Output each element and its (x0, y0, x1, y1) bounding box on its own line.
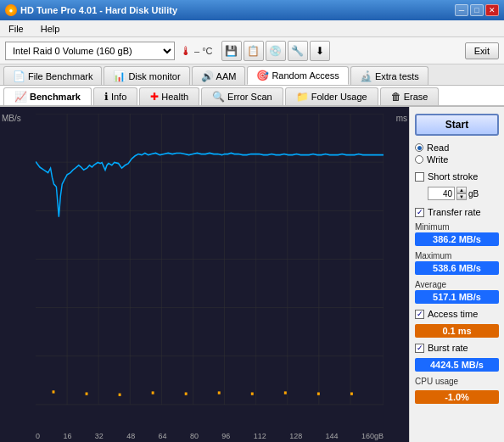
start-button[interactable]: Start (415, 114, 499, 136)
minimize-button[interactable]: ─ (455, 4, 468, 16)
tab-benchmark[interactable]: 📈 Benchmark (3, 87, 92, 105)
checkbox-burst-rate[interactable]: ✓ Burst rate (415, 343, 499, 353)
x-label-64: 64 (159, 432, 167, 440)
file-benchmark-icon: 📄 (13, 70, 25, 82)
tab-random-access[interactable]: 🎯 Random Access (247, 66, 348, 85)
stat-burst-rate: 4424.5 MB/s (415, 358, 499, 372)
benchmark-icon: 📈 (14, 91, 27, 103)
checkbox-burst-rate-box[interactable]: ✓ (415, 344, 424, 353)
radio-read-circle[interactable] (415, 143, 423, 152)
menu-help[interactable]: Help (37, 23, 64, 35)
tab-health[interactable]: ✚ Health (139, 87, 199, 105)
spin-up[interactable]: ▲ (456, 187, 467, 193)
tab-folder-usage[interactable]: 📁 Folder Usage (285, 87, 378, 105)
x-label-128: 128 (289, 432, 302, 440)
radio-write[interactable]: Write (415, 154, 499, 165)
tab-disk-monitor-label: Disk monitor (128, 71, 180, 81)
short-stroke-input: ▲ ▼ gB (428, 187, 499, 200)
svg-rect-36 (218, 391, 221, 394)
tab-info-label: Info (111, 92, 126, 102)
error-scan-icon: 🔍 (212, 91, 225, 103)
close-button[interactable]: ✕ (485, 4, 499, 16)
svg-rect-39 (317, 393, 320, 395)
tab-random-access-label: Random Access (272, 70, 339, 81)
stat-maximum-label: Maximum (415, 251, 499, 260)
toolbar-btn-4[interactable]: 🔧 (288, 41, 308, 61)
tab-benchmark-label: Benchmark (30, 92, 81, 102)
radio-read-label: Read (427, 143, 449, 153)
tab-disk-monitor[interactable]: 📊 Disk monitor (104, 66, 189, 85)
svg-rect-37 (251, 393, 254, 395)
stat-average: Average 517.1 MB/s (415, 280, 499, 304)
tab-file-benchmark[interactable]: 📄 File Benchmark (3, 66, 102, 85)
radio-write-label: Write (427, 154, 448, 165)
toolbar-icons: 💾 📋 💿 🔧 ⬇ (221, 41, 330, 61)
stat-cpu-usage-value: -1.0% (415, 390, 499, 404)
x-axis-labels: 0 16 32 48 64 80 96 112 128 144 160gB (36, 432, 384, 440)
checkbox-transfer-rate-box[interactable]: ✓ (415, 208, 424, 217)
tab-erase-label: Erase (404, 92, 428, 102)
maximize-button[interactable]: □ (470, 4, 484, 16)
tab-erase[interactable]: 🗑 Erase (380, 87, 440, 105)
tab-health-label: Health (161, 92, 188, 102)
x-label-112: 112 (254, 432, 266, 440)
disk-monitor-icon: 📊 (113, 70, 126, 82)
stat-average-label: Average (415, 280, 499, 289)
tab-extra-tests-label: Extra tests (375, 71, 419, 81)
tab-error-scan-label: Error Scan (227, 92, 272, 102)
random-access-icon: 🎯 (256, 70, 269, 81)
menu-file[interactable]: File (5, 23, 27, 35)
svg-rect-31 (53, 390, 55, 393)
x-label-32: 32 (95, 432, 104, 440)
tab-file-benchmark-label: File Benchmark (28, 71, 92, 81)
radio-read[interactable]: Read (415, 143, 499, 153)
window-controls: ─ □ ✕ (455, 4, 499, 16)
erase-icon: 🗑 (391, 91, 401, 103)
toolbar-btn-1[interactable]: 💾 (221, 41, 242, 61)
title-bar: ● HD Tune Pro 4.01 - Hard Disk Utility ─… (0, 0, 504, 20)
checkbox-short-stroke-box[interactable] (415, 172, 424, 182)
chart-svg: 600 500 400 300 200 100 60 50 40 30 20 1… (36, 114, 384, 423)
temp-display: 🌡 – °C (180, 44, 213, 58)
device-select[interactable]: Intel Raid 0 Volume (160 gB) (5, 42, 175, 60)
stat-maximum: Maximum 538.6 MB/s (415, 251, 499, 275)
chart-area: MB/s ms 600 500 (0, 107, 409, 442)
extra-tests-icon: 🔬 (360, 70, 372, 82)
stat-minimum-label: Minimum (415, 222, 499, 232)
tab-extra-tests[interactable]: 🔬 Extra tests (350, 66, 428, 85)
checkbox-access-time[interactable]: ✓ Access time (415, 309, 499, 319)
toolbar-btn-2[interactable]: 📋 (244, 41, 264, 61)
tab-aam[interactable]: 🔊 AAM (192, 66, 246, 85)
checkbox-short-stroke[interactable]: Short stroke (415, 171, 499, 182)
svg-rect-40 (350, 393, 353, 395)
stat-maximum-value: 538.6 MB/s (415, 261, 499, 275)
checkbox-short-stroke-label: Short stroke (428, 171, 478, 182)
short-stroke-spinner: ▲ ▼ (456, 187, 467, 200)
toolbar-btn-5[interactable]: ⬇ (310, 41, 330, 61)
spin-down[interactable]: ▼ (456, 193, 467, 200)
stat-access-time-value: 0.1 ms (415, 324, 499, 338)
window-title: HD Tune Pro 4.01 - Hard Disk Utility (20, 5, 177, 15)
short-stroke-value[interactable] (428, 187, 455, 200)
x-label-96: 96 (221, 432, 230, 440)
tab-error-scan[interactable]: 🔍 Error Scan (201, 87, 283, 105)
radio-write-circle[interactable] (415, 155, 423, 164)
aam-icon: 🔊 (201, 70, 214, 82)
tab-info[interactable]: ℹ Info (93, 87, 137, 105)
stat-burst-rate-value: 4424.5 MB/s (415, 358, 499, 372)
y-right-label: ms (396, 114, 407, 123)
toolbar-btn-3[interactable]: 💿 (266, 41, 286, 61)
svg-rect-34 (152, 391, 154, 394)
checkbox-transfer-rate[interactable]: ✓ Transfer rate (415, 207, 499, 217)
checkbox-access-time-label: Access time (428, 309, 478, 319)
checkbox-access-time-box[interactable]: ✓ (415, 310, 424, 319)
x-label-144: 144 (326, 432, 339, 440)
exit-button[interactable]: Exit (465, 42, 499, 59)
tab-folder-usage-label: Folder Usage (311, 92, 367, 102)
tabs-bottom: 📈 Benchmark ℹ Info ✚ Health 🔍 Error Scan… (0, 86, 504, 107)
svg-rect-38 (284, 391, 287, 394)
stat-access-time: 0.1 ms (415, 324, 499, 338)
radio-group: Read Write (415, 143, 499, 165)
svg-rect-35 (185, 393, 188, 395)
cpu-usage-label: CPU usage (415, 377, 499, 386)
